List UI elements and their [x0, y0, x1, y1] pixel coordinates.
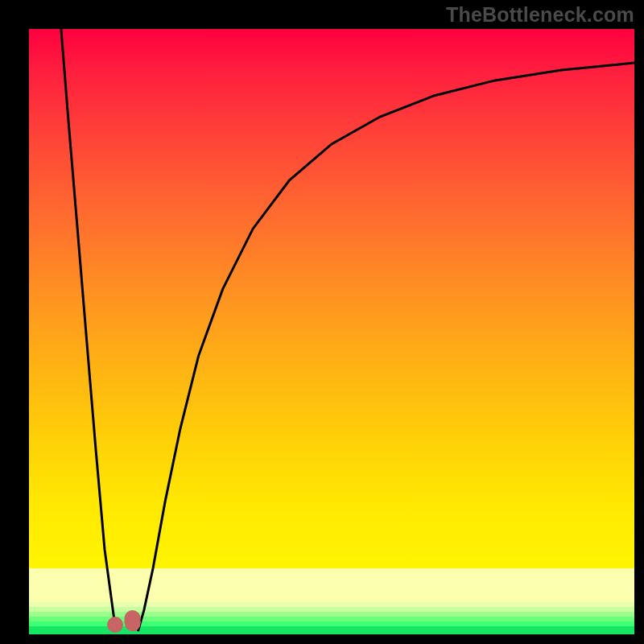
gradient-pale-band — [29, 568, 634, 602]
gradient-main — [29, 29, 634, 568]
chart-frame: TheBottleneck.com — [0, 0, 644, 644]
plot-area — [29, 29, 634, 634]
optimum-marker-dot — [107, 617, 123, 633]
watermark-text: TheBottleneck.com — [446, 3, 634, 27]
